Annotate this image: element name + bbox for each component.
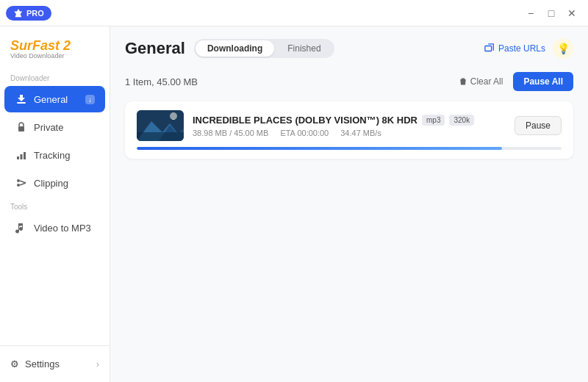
- svg-rect-9: [485, 46, 492, 51]
- chevron-right-icon: ›: [96, 359, 99, 370]
- pause-all-button[interactable]: Pause All: [513, 72, 573, 91]
- svg-rect-4: [24, 152, 26, 159]
- sidebar-footer: ⚙ Settings ›: [0, 345, 110, 382]
- download-info: INCREDIBLE PLACES (DOLBY VISION™) 8K HDR…: [193, 115, 506, 137]
- thumbnail-image: [137, 110, 184, 141]
- sidebar-item-general[interactable]: General ↓: [4, 86, 105, 112]
- quality-badge: 320k: [449, 115, 474, 126]
- logo-name: SurFast 2: [10, 38, 99, 54]
- download-item-top: Dolby Vision INCREDIBL: [137, 110, 562, 141]
- sidebar: SurFast 2 Video Downloader Downloader Ge…: [0, 26, 110, 382]
- sidebar-private-label: Private: [34, 122, 63, 133]
- paste-urls-label: Paste URLs: [498, 43, 545, 54]
- speed: 34.47 MB/s: [340, 129, 381, 137]
- minimize-button[interactable]: −: [520, 3, 541, 24]
- pro-badge[interactable]: PRO: [6, 6, 51, 21]
- bulb-icon: 💡: [557, 43, 570, 54]
- sidebar-item-tracking[interactable]: Tracking: [4, 142, 105, 168]
- tab-group: Downloading Finished: [194, 39, 334, 58]
- thumbnail: Dolby Vision: [137, 110, 184, 141]
- trash-icon: [459, 77, 467, 86]
- sidebar-clipping-label: Clipping: [34, 178, 68, 189]
- download-badge: ↓: [85, 95, 95, 104]
- clipping-icon: [15, 176, 28, 190]
- bulb-button[interactable]: 💡: [553, 38, 573, 59]
- sidebar-item-video-to-mp3[interactable]: Video to MP3: [4, 215, 105, 241]
- svg-rect-15: [137, 110, 184, 119]
- svg-point-6: [17, 184, 20, 187]
- logo-area: SurFast 2 Video Downloader: [0, 26, 110, 68]
- download-meta: 38.98 MB / 45.00 MB ETA 00:00:00 34.47 M…: [193, 129, 506, 137]
- clear-all-button[interactable]: Clear All: [453, 73, 509, 90]
- download-icon: [15, 93, 28, 106]
- tab-finished[interactable]: Finished: [276, 40, 332, 57]
- download-item: Dolby Vision INCREDIBL: [125, 101, 573, 159]
- svg-rect-13: [137, 132, 184, 141]
- pause-button[interactable]: Pause: [514, 116, 562, 135]
- size-total: 45.00 MB: [234, 129, 268, 137]
- app-body: SurFast 2 Video Downloader Downloader Ge…: [0, 26, 588, 382]
- logo-sub: Video Downloader: [10, 52, 99, 60]
- link-icon: [484, 43, 495, 54]
- logo-surfast: SurFast: [10, 38, 63, 53]
- header-right: Paste URLs 💡: [484, 38, 573, 59]
- progress-bar-fill: [137, 147, 502, 150]
- lock-icon: [15, 120, 28, 134]
- svg-line-8: [20, 183, 26, 185]
- svg-rect-3: [21, 154, 23, 159]
- music-icon: [15, 221, 28, 234]
- pro-label: PRO: [26, 9, 44, 18]
- svg-point-5: [17, 179, 20, 182]
- svg-rect-0: [17, 102, 26, 104]
- close-button[interactable]: ✕: [562, 3, 582, 24]
- main-content: General Downloading Finished Paste URLs …: [110, 26, 588, 382]
- sidebar-item-clipping[interactable]: Clipping: [4, 170, 105, 196]
- titlebar: PRO − □ ✕: [0, 0, 588, 26]
- video-to-mp3-label: Video to MP3: [34, 223, 91, 234]
- maximize-button[interactable]: □: [541, 3, 562, 24]
- sidebar-tracking-label: Tracking: [34, 150, 70, 161]
- tracking-icon: [15, 148, 28, 162]
- svg-rect-2: [17, 156, 19, 159]
- settings-label: Settings: [25, 358, 60, 370]
- tools-section-label: Tools: [0, 197, 110, 214]
- size-info: 38.98 MB / 45.00 MB: [193, 129, 268, 137]
- format-badge: mp3: [422, 115, 445, 126]
- gear-icon: ⚙: [10, 358, 19, 370]
- download-title-row: INCREDIBLE PLACES (DOLBY VISION™) 8K HDR…: [193, 115, 506, 126]
- sidebar-general-label: General: [34, 94, 68, 105]
- item-count: 1 Item, 45.00 MB: [125, 76, 453, 87]
- toolbar: 1 Item, 45.00 MB Clear All Pause All: [110, 68, 588, 96]
- tab-downloading[interactable]: Downloading: [196, 40, 274, 57]
- download-title: INCREDIBLE PLACES (DOLBY VISION™) 8K HDR: [193, 115, 417, 126]
- sidebar-item-private[interactable]: Private: [4, 114, 105, 140]
- page-title: General: [125, 39, 185, 58]
- diamond-icon: [13, 8, 24, 18]
- main-header: General Downloading Finished Paste URLs …: [110, 26, 588, 68]
- svg-rect-1: [18, 126, 24, 131]
- eta: ETA 00:00:00: [280, 129, 329, 137]
- clear-all-label: Clear All: [470, 76, 503, 87]
- progress-bar-track: [137, 147, 562, 150]
- settings-item[interactable]: ⚙ Settings ›: [0, 352, 110, 376]
- logo-version: 2: [63, 38, 71, 53]
- downloader-section-label: Downloader: [0, 68, 110, 85]
- svg-line-7: [20, 181, 26, 183]
- download-list: Dolby Vision INCREDIBL: [110, 96, 588, 382]
- paste-urls-button[interactable]: Paste URLs: [484, 43, 545, 54]
- size-current: 38.98 MB: [193, 129, 227, 137]
